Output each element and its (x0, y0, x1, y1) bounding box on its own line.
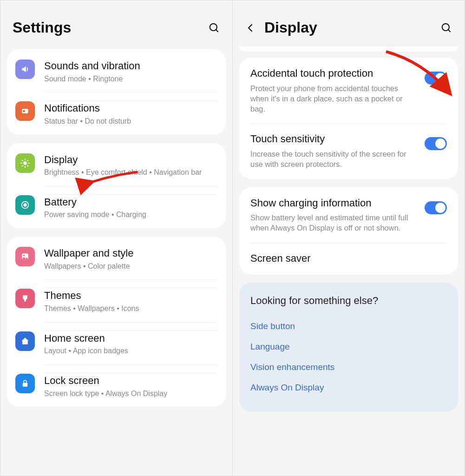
display-item-accidental-touch[interactable]: Accidental touch protection Protect your… (239, 58, 458, 123)
settings-pane: Settings Sounds and vibration Sound mode… (0, 0, 233, 476)
sound-icon (15, 60, 35, 79)
settings-item-title: Sounds and vibration (44, 60, 217, 73)
image-icon (15, 247, 35, 266)
settings-title: Settings (13, 19, 208, 36)
settings-item-home-screen[interactable]: Home screen Layout • App icon badges (7, 322, 226, 364)
settings-item-title: Notifications (44, 102, 217, 115)
bell-icon (15, 101, 35, 121)
back-button[interactable] (245, 22, 256, 33)
settings-item-sub: Status bar • Do not disturb (44, 117, 217, 126)
settings-item-title: Lock screen (44, 374, 217, 387)
settings-item-themes[interactable]: Themes Themes • Wallpapers • Icons (7, 279, 226, 322)
svg-point-19 (442, 23, 449, 30)
svg-rect-17 (24, 299, 26, 302)
suggestion-link-vision-enhancements[interactable]: Vision enhancements (250, 357, 447, 377)
settings-item-title: Themes (44, 289, 217, 302)
display-title: Display (264, 19, 440, 36)
toggle-switch[interactable] (425, 137, 447, 150)
sun-icon (15, 153, 35, 173)
display-item-sub: Protect your phone from accidental touch… (250, 83, 418, 114)
card-edge (239, 46, 458, 51)
toggle-switch[interactable] (425, 201, 447, 214)
display-item-title: Show charging information (250, 197, 418, 210)
settings-item-title: Display (44, 153, 217, 166)
display-item-title: Touch sensitivity (250, 132, 418, 146)
settings-group: Wallpaper and style Wallpapers • Color p… (7, 237, 226, 407)
settings-item-sub: Brightness • Eye comfort shield • Naviga… (44, 168, 217, 178)
display-item-sub: Show battery level and estimated time un… (250, 212, 418, 233)
settings-item-display[interactable]: Display Brightness • Eye comfort shield … (7, 143, 226, 186)
toggle-switch[interactable] (425, 72, 447, 85)
settings-item-notifications[interactable]: Notifications Status bar • Do not distur… (7, 92, 226, 134)
battery-icon (15, 195, 35, 215)
settings-item-title: Home screen (44, 332, 217, 345)
search-icon (440, 22, 452, 34)
svg-line-9 (22, 160, 23, 160)
display-item-sub: Increase the touch sensitivity of the sc… (250, 149, 418, 170)
display-item-title: Screen saver (250, 252, 440, 265)
settings-item-sub: Screen lock type • Always On Display (44, 389, 217, 399)
search-icon (208, 22, 220, 34)
svg-point-3 (23, 110, 25, 112)
settings-item-sub: Wallpapers • Color palette (44, 262, 217, 271)
settings-group: Display Brightness • Eye comfort shield … (7, 143, 226, 229)
svg-line-10 (27, 165, 28, 166)
settings-item-title: Wallpaper and style (44, 247, 217, 260)
settings-item-title: Battery (44, 196, 217, 209)
display-item-screen-saver[interactable]: Screen saver (239, 243, 458, 275)
settings-header: Settings (0, 0, 232, 46)
suggestions-title: Looking for something else? (250, 295, 447, 307)
display-pane: Display Accidental touch protection Prot… (233, 0, 465, 476)
display-item-charging-info[interactable]: Show charging information Show battery l… (239, 187, 458, 243)
related-suggestions: Looking for something else? Side button … (239, 283, 458, 412)
lock-icon (15, 374, 35, 393)
settings-group: Sounds and vibration Sound mode • Ringto… (7, 49, 226, 135)
display-group: Accidental touch protection Protect your… (239, 58, 458, 179)
settings-item-sounds[interactable]: Sounds and vibration Sound mode • Ringto… (7, 49, 226, 92)
settings-item-wallpaper[interactable]: Wallpaper and style Wallpapers • Color p… (7, 237, 226, 279)
display-group: Show charging information Show battery l… (239, 187, 458, 275)
search-button[interactable] (208, 22, 220, 34)
settings-item-sub: Themes • Wallpapers • Icons (44, 304, 217, 314)
brush-icon (15, 289, 35, 308)
svg-rect-18 (23, 383, 28, 387)
svg-line-11 (22, 165, 23, 166)
settings-item-battery[interactable]: Battery Power saving mode • Charging (7, 186, 226, 228)
suggestion-link-language[interactable]: Language (250, 337, 447, 357)
svg-line-1 (216, 29, 218, 32)
svg-point-16 (23, 255, 25, 256)
home-icon (15, 331, 35, 351)
display-item-title: Accidental touch protection (250, 67, 418, 80)
display-item-touch-sensitivity[interactable]: Touch sensitivity Increase the touch sen… (239, 123, 458, 178)
svg-point-0 (210, 23, 217, 30)
settings-item-sub: Sound mode • Ringtone (44, 74, 217, 84)
svg-point-14 (24, 204, 26, 206)
settings-item-lock-screen[interactable]: Lock screen Screen lock type • Always On… (7, 364, 226, 407)
settings-item-sub: Layout • App icon badges (44, 346, 217, 356)
suggestion-link-always-on-display[interactable]: Always On Display (250, 377, 447, 398)
settings-item-sub: Power saving mode • Charging (44, 210, 217, 220)
chevron-left-icon (245, 22, 256, 33)
svg-line-20 (448, 29, 451, 32)
suggestion-link-side-button[interactable]: Side button (250, 316, 447, 337)
svg-point-4 (23, 161, 26, 165)
display-header: Display (233, 0, 465, 46)
svg-line-12 (27, 160, 28, 160)
search-button[interactable] (440, 22, 452, 34)
